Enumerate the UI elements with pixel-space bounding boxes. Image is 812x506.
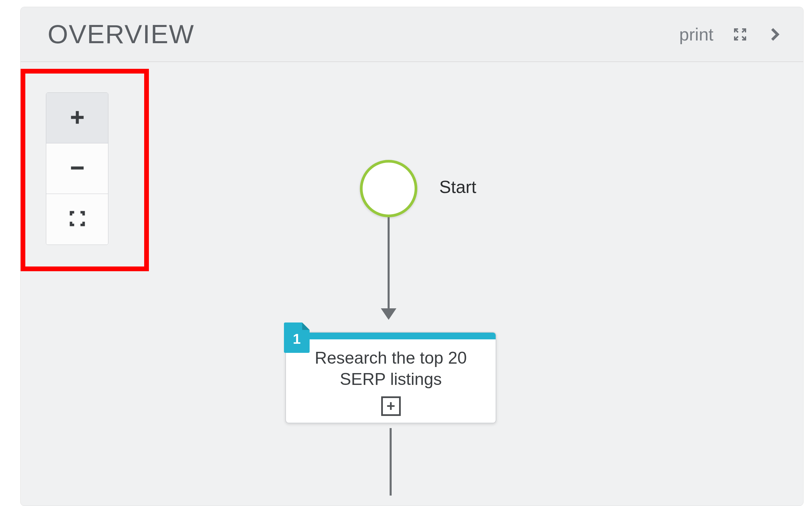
connector-arrow-icon: [381, 308, 396, 320]
flow-canvas[interactable]: Start 1 Research the top 20 SERP listing…: [21, 62, 803, 506]
connector-line: [390, 428, 392, 496]
task-node-1[interactable]: 1 Research the top 20 SERP listings +: [285, 332, 496, 423]
chevron-right-icon[interactable]: [767, 26, 783, 43]
panel-header: OVERVIEW print: [21, 7, 803, 62]
overview-panel: OVERVIEW print: [20, 7, 804, 506]
print-button[interactable]: print: [679, 24, 713, 45]
task-content: Research the top 20 SERP listings: [286, 339, 496, 396]
start-label: Start: [439, 177, 476, 197]
panel-title: OVERVIEW: [48, 19, 194, 50]
task-text: Research the top 20 SERP listings: [296, 347, 486, 390]
start-node[interactable]: [360, 160, 417, 217]
flow-container: Start 1 Research the top 20 SERP listing…: [21, 62, 803, 506]
header-actions: print: [679, 24, 783, 45]
connector-line: [388, 217, 390, 312]
expand-icon[interactable]: [732, 26, 748, 43]
plus-box-icon: +: [387, 399, 395, 414]
task-expand-container: +: [286, 396, 496, 423]
task-badge-number: 1: [293, 331, 300, 347]
task-expand-button[interactable]: +: [381, 396, 401, 416]
task-accent-bar: [286, 333, 496, 339]
task-badge: 1: [284, 322, 310, 353]
